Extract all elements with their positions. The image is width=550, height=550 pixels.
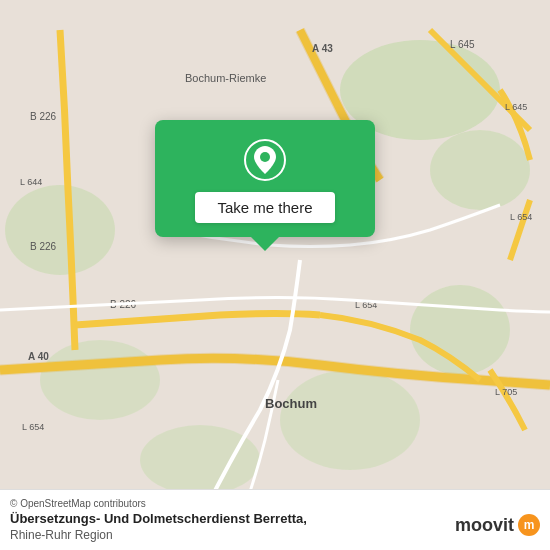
svg-text:L 654: L 654 <box>22 422 44 432</box>
moovit-dot-icon: m <box>518 514 540 536</box>
svg-point-4 <box>40 340 160 420</box>
svg-point-24 <box>260 152 270 162</box>
svg-text:Bochum-Riemke: Bochum-Riemke <box>185 72 266 84</box>
svg-text:B 226: B 226 <box>30 111 57 122</box>
copyright-text: © OpenStreetMap contributors <box>10 498 540 509</box>
svg-text:A 43: A 43 <box>312 43 333 54</box>
svg-text:A 40: A 40 <box>28 351 49 362</box>
svg-text:L 645: L 645 <box>505 102 527 112</box>
svg-point-2 <box>430 130 530 210</box>
svg-point-6 <box>280 370 420 470</box>
svg-text:Bochum: Bochum <box>265 396 317 411</box>
svg-text:L 644: L 644 <box>20 177 42 187</box>
svg-text:B 226: B 226 <box>30 241 57 252</box>
svg-text:L 645: L 645 <box>450 39 475 50</box>
svg-text:L 705: L 705 <box>495 387 517 397</box>
moovit-logo: moovit m <box>455 514 540 536</box>
moovit-wordmark: moovit <box>455 515 514 536</box>
svg-text:L 654: L 654 <box>510 212 532 222</box>
svg-point-3 <box>5 185 115 275</box>
map-container: A 43 L 645 L 645 L 654 A 40 B 226 B 226 … <box>0 0 550 550</box>
svg-point-7 <box>140 425 260 495</box>
map-roads: A 43 L 645 L 645 L 654 A 40 B 226 B 226 … <box>0 0 550 550</box>
take-me-there-button[interactable]: Take me there <box>195 192 334 223</box>
location-pin-icon <box>243 138 287 182</box>
callout-popup: Take me there <box>155 120 375 237</box>
